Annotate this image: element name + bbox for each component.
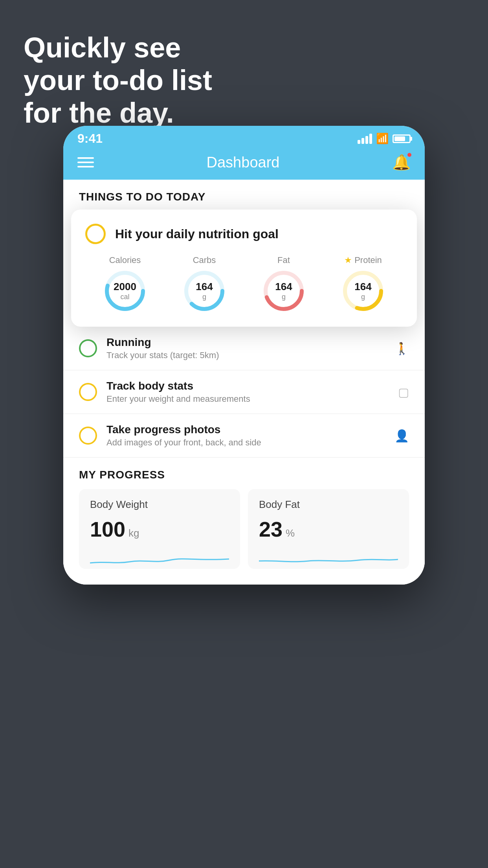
body-fat-unit: % <box>286 527 295 539</box>
body-weight-title: Body Weight <box>90 498 229 511</box>
carbs-value: 164 <box>196 281 213 293</box>
phone-content: THINGS TO DO TODAY Hit your daily nutrit… <box>63 180 425 585</box>
carbs-unit: g <box>196 293 213 302</box>
task-running-text: Running Track your stats (target: 5km) <box>106 336 385 360</box>
task-running-title: Running <box>106 336 385 349</box>
protein-ring: 164 g <box>341 269 385 313</box>
protein-value: 164 <box>354 281 371 293</box>
task-running[interactable]: Running Track your stats (target: 5km) 🚶 <box>63 327 425 370</box>
protein-item: ★ Protein 164 g <box>341 255 385 313</box>
task-photos[interactable]: Take progress photos Add images of your … <box>63 414 425 458</box>
fat-item: Fat 164 g <box>262 255 305 313</box>
status-icons: 📶 <box>358 132 411 145</box>
battery-icon <box>393 134 411 143</box>
body-weight-value-row: 100 kg <box>90 517 229 541</box>
wifi-icon: 📶 <box>376 132 389 145</box>
progress-header: MY PROGRESS <box>79 458 409 489</box>
progress-section: MY PROGRESS Body Weight 100 kg <box>63 458 425 585</box>
menu-button[interactable] <box>77 157 94 167</box>
nutrition-check-circle <box>85 224 106 244</box>
carbs-ring: 164 g <box>183 269 226 313</box>
status-bar: 9:41 📶 <box>63 126 425 148</box>
nav-title: Dashboard <box>207 154 280 171</box>
task-photos-text: Take progress photos Add images of your … <box>106 423 385 448</box>
task-body-stats-check <box>79 383 97 401</box>
body-weight-number: 100 <box>90 517 125 541</box>
body-fat-title: Body Fat <box>259 498 398 511</box>
body-weight-chart <box>90 549 229 569</box>
calories-value: 2000 <box>114 281 136 293</box>
nutrition-title: Hit your daily nutrition goal <box>115 227 279 241</box>
status-time: 9:41 <box>77 131 103 146</box>
task-body-stats-text: Track body stats Enter your weight and m… <box>106 380 389 404</box>
nutrition-circles-row: Calories 2000 cal Carbs <box>85 255 403 313</box>
task-list: Running Track your stats (target: 5km) 🚶… <box>63 327 425 458</box>
fat-value: 164 <box>275 281 292 293</box>
nutrition-card[interactable]: Hit your daily nutrition goal Calories 2… <box>71 210 417 327</box>
calories-unit: cal <box>114 293 136 302</box>
nav-bar: Dashboard 🔔 <box>63 148 425 180</box>
task-body-stats-title: Track body stats <box>106 380 389 392</box>
calories-item: Calories 2000 cal <box>103 255 147 313</box>
body-fat-card[interactable]: Body Fat 23 % <box>248 489 409 569</box>
portrait-icon: 👤 <box>394 429 409 443</box>
signal-icon <box>358 134 372 144</box>
calories-label: Calories <box>109 255 141 265</box>
calories-ring: 2000 cal <box>103 269 147 313</box>
task-photos-check <box>79 427 97 445</box>
scale-icon: ▢ <box>398 385 409 399</box>
body-fat-value-row: 23 % <box>259 517 398 541</box>
body-fat-chart <box>259 549 398 569</box>
notification-dot <box>407 152 412 158</box>
phone-frame: 9:41 📶 Dashboard 🔔 THINGS TO DO TOD <box>63 126 425 585</box>
body-fat-number: 23 <box>259 517 283 541</box>
fat-unit: g <box>275 293 292 302</box>
task-photos-subtitle: Add images of your front, back, and side <box>106 438 385 448</box>
today-section-header: THINGS TO DO TODAY <box>63 180 425 210</box>
headline: Quickly see your to-do list for the day. <box>24 31 212 129</box>
progress-cards: Body Weight 100 kg Body Fat 23 <box>79 489 409 569</box>
task-body-stats[interactable]: Track body stats Enter your weight and m… <box>63 370 425 414</box>
task-running-check <box>79 339 97 357</box>
body-weight-card[interactable]: Body Weight 100 kg <box>79 489 240 569</box>
body-weight-unit: kg <box>128 527 139 539</box>
fat-label: Fat <box>277 255 290 265</box>
task-photos-title: Take progress photos <box>106 423 385 436</box>
carbs-item: Carbs 164 g <box>183 255 226 313</box>
carbs-label: Carbs <box>193 255 216 265</box>
task-running-subtitle: Track your stats (target: 5km) <box>106 350 385 360</box>
protein-unit: g <box>354 293 371 302</box>
shoe-icon: 🚶 <box>394 342 409 355</box>
fat-ring: 164 g <box>262 269 305 313</box>
protein-label: ★ Protein <box>344 255 382 265</box>
star-icon: ★ <box>344 255 352 265</box>
notification-bell-icon[interactable]: 🔔 <box>392 154 411 171</box>
nutrition-card-title-row: Hit your daily nutrition goal <box>85 224 403 244</box>
task-body-stats-subtitle: Enter your weight and measurements <box>106 394 389 404</box>
